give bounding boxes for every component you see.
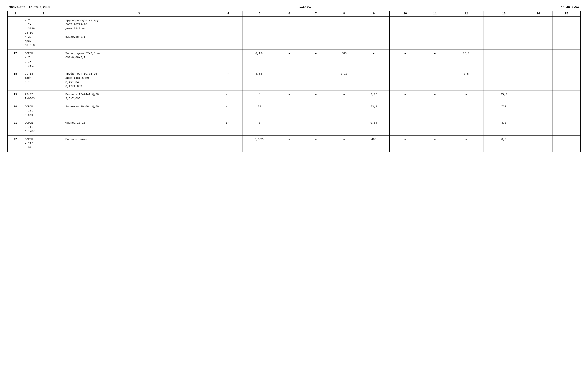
row-reference: 23-07I-0303 [23,91,64,103]
row-description: Задвижка 30д66р Ду50 [64,103,214,119]
col-header-9: 9 [358,11,389,17]
col-header-2: 2 [23,11,64,17]
row-col9: 3,95 [358,91,389,103]
table-row: I923-07I-0303Вентиль I5ч74пI ДуI03,6хI,0… [8,91,581,103]
row-col9: I3,9 [358,103,389,119]
row-col10: – [389,103,421,119]
row-number: 20 [8,103,23,119]
row-col14 [524,135,552,152]
row-reference: OI-I3табл.3.I [23,70,64,91]
row-number: 2I [8,119,23,136]
row-unit: т [214,135,242,152]
row-col13: 4,3 [483,119,524,136]
row-col11: – [421,91,449,103]
col-header-12: 12 [449,11,483,17]
row-col7: – [302,119,330,136]
row-col15 [552,119,580,136]
row-col7: – [302,135,330,152]
col-header-6: 6 [277,11,302,17]
row-col14 [524,17,552,50]
row-col10: – [389,50,421,70]
row-col15 [552,50,580,70]
row-col12 [449,17,483,50]
row-reference: ч.Ур.IХп.332623-I0§ 29прим.пп.3.8 [23,17,64,50]
col-header-15: 15 [552,11,580,17]
row-col12: 86,8 [449,50,483,70]
main-table: 1 2 3 4 5 6 7 8 9 10 11 12 13 14 15 ч.Ур… [7,11,581,152]
row-col5: 8 [242,119,277,136]
row-number [8,17,23,50]
row-description: Вентиль I5ч74пI ДуI03,6хI,098 [64,91,214,103]
row-col8: – [330,135,358,152]
row-col7: – [302,50,330,70]
row-number: I7 [8,50,23,70]
row-col15 [552,135,580,152]
col-header-3: 3 [64,11,214,17]
col-header-10: 10 [389,11,421,17]
row-col13: I39 [483,103,524,119]
row-reference: ССРСЦч.IIIп.I787 [23,119,64,136]
row-col11: – [421,70,449,91]
row-number: I8 [8,70,23,91]
row-unit: т [214,70,242,91]
header-right: 19 46 2-54 [561,6,579,9]
row-col13 [483,50,524,70]
col-header-4: 4 [214,11,242,17]
row-col8: – [330,91,358,103]
row-unit: шт. [214,119,242,136]
row-col13 [483,70,524,91]
row-col14 [524,70,552,91]
row-col5: 4 [242,91,277,103]
col-header-8: 8 [330,11,358,17]
row-col15 [552,17,580,50]
row-col9: 463 [358,135,389,152]
row-col5 [242,17,277,50]
row-col7: – [302,70,330,91]
table-row: I7ССРСЦч.Ур.IХп.33I7То же, диам.57х2,5 м… [8,50,581,70]
row-col11: – [421,119,449,136]
row-col6: – [277,119,302,136]
row-col14 [524,119,552,136]
row-col6: – [277,135,302,152]
row-reference: ССРСЦч.IIIп.645 [23,103,64,119]
row-col6: – [277,70,302,91]
row-unit: т [214,50,242,70]
row-col11: – [421,103,449,119]
row-col13: I5,8 [483,91,524,103]
row-col10 [389,17,421,50]
row-col12: – [449,135,483,152]
row-col10: – [389,135,421,152]
row-col13: 0,9 [483,135,524,152]
row-col12: – [449,119,483,136]
row-description: Фланец I0-I6 [64,119,214,136]
row-col6: – [277,103,302,119]
table-row: 2IССРСЦч.IIIп.I787Фланец I0-I6шт.8–––0,5… [8,119,581,136]
col-header-13: 13 [483,11,524,17]
row-description: То же, диам.57х2,5 мм690х0,88хI,I [64,50,214,70]
row-col11: – [421,50,449,70]
col-header-11: 11 [421,11,449,17]
col-header-1: 1 [8,11,23,17]
row-col15 [552,103,580,119]
table-row: 22ССРСЦч.IIIп.57Болты и гайкит0,002-–––4… [8,135,581,152]
col-header-7: 7 [302,11,330,17]
table-row: 20ССРСЦч.IIIп.645Задвижка 30д66р Ду50шт.… [8,103,581,119]
table-row: I8OI-I3табл.3.IТруба ГОСТ I0704-76диам.I… [8,70,581,91]
row-col7: – [302,103,330,119]
row-col10: – [389,91,421,103]
row-col5: 0,002- [242,135,277,152]
row-col14 [524,103,552,119]
row-col6 [277,17,302,50]
row-col15 [552,91,580,103]
row-col6: – [277,91,302,103]
row-col12: – [449,103,483,119]
row-col9: 0,54 [358,119,389,136]
header-left: 903-I-I99. Ал.I3.2,кн.5 [9,6,50,9]
row-col9: – [358,50,389,70]
row-col9: – [358,70,389,91]
row-col14 [524,91,552,103]
row-col11 [421,17,449,50]
row-col7: – [302,91,330,103]
row-col5: 0,I3- [242,50,277,70]
row-col8: 0,I3 [330,70,358,91]
